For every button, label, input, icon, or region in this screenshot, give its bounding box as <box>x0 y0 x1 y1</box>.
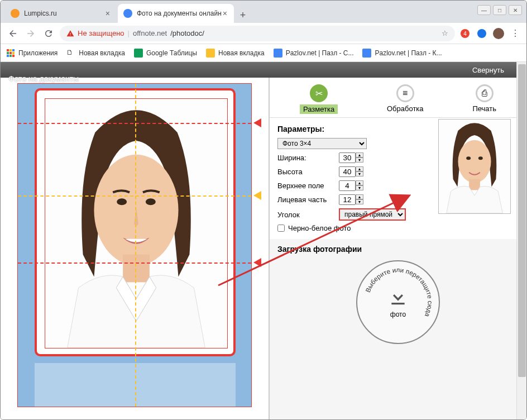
width-input[interactable] <box>339 152 356 163</box>
apps-icon <box>6 49 15 58</box>
format-select[interactable]: Фото 3×4 <box>277 138 367 149</box>
tab-favicon <box>123 9 132 18</box>
svg-rect-15 <box>274 49 282 58</box>
bookmark-item[interactable]: Google Таблицы <box>134 49 197 58</box>
bw-label: Черно-белое фото <box>288 224 351 232</box>
guide-chin[interactable] <box>18 262 251 264</box>
extension-icon[interactable]: 4 <box>459 28 471 39</box>
spin-down[interactable]: ▼ <box>356 171 363 176</box>
svg-point-20 <box>117 198 127 205</box>
bookmark-label: Новая вкладка <box>218 49 265 57</box>
puzzle-icon <box>274 49 282 58</box>
spin-up[interactable]: ▲ <box>356 166 363 171</box>
step-print[interactable]: ⎙ Печать <box>472 84 496 114</box>
url-input[interactable]: Не защищено | offnote.net/photodoc/ ☆ <box>60 26 455 41</box>
tab-close-icon[interactable]: × <box>104 8 111 19</box>
preview-image <box>439 120 510 213</box>
step-processing[interactable]: ≡ Обработка <box>387 84 424 114</box>
url-path: /photodoc/ <box>170 29 204 37</box>
bookmark-item[interactable]: Pazlov.net | Пазл - К... <box>362 49 442 58</box>
scrollbar-thumb[interactable] <box>518 64 526 377</box>
top-margin-input[interactable] <box>339 180 356 191</box>
new-tab-button[interactable]: + <box>235 7 251 23</box>
step-markup[interactable]: ✂ Разметка <box>300 84 338 114</box>
photo-canvas <box>45 98 228 349</box>
spin-up[interactable]: ▲ <box>356 180 363 185</box>
guide-center[interactable] <box>135 84 136 407</box>
tab-title: Lumpics.ru <box>24 9 57 17</box>
corner-select[interactable]: правый прямой <box>339 208 406 221</box>
svg-text:4: 4 <box>463 31 467 37</box>
bookmark-item[interactable]: Pazlov.net | Пазл - С... <box>274 49 354 58</box>
page-scrollbar[interactable] <box>516 62 526 420</box>
bookmark-label: Google Таблицы <box>146 49 197 57</box>
back-button[interactable] <box>6 27 20 40</box>
spin-up[interactable]: ▲ <box>356 152 363 157</box>
menu-icon[interactable]: ⋮ <box>510 28 521 39</box>
face-part-label: Лицевая часть <box>277 195 339 204</box>
maximize-button[interactable]: □ <box>493 5 506 15</box>
photo-editor-panel: Фото на документы <box>1 78 269 420</box>
upload-dropzone[interactable]: Выберите или перетащите сюда фото <box>356 260 440 344</box>
insecure-label: Не защищено <box>78 29 124 37</box>
svg-rect-19 <box>123 255 150 283</box>
svg-rect-7 <box>7 52 9 54</box>
svg-point-27 <box>478 156 483 160</box>
close-button[interactable]: ✕ <box>509 5 522 15</box>
forward-button[interactable] <box>24 27 37 40</box>
tab-lumpics[interactable]: Lumpics.ru × <box>5 4 117 23</box>
svg-rect-5 <box>9 49 12 51</box>
steps-wizard: ✂ Разметка ≡ Обработка ⎙ Печать <box>270 78 526 118</box>
height-label: Высота <box>277 168 339 176</box>
puzzle-icon <box>362 49 371 58</box>
tab-favicon <box>11 9 20 18</box>
face-part-input[interactable] <box>339 194 356 205</box>
bw-checkbox[interactable] <box>277 225 285 232</box>
spin-down[interactable]: ▼ <box>356 185 363 190</box>
collapse-link[interactable]: Свернуть <box>472 66 504 74</box>
reload-button[interactable] <box>42 27 55 40</box>
height-input[interactable] <box>339 166 356 177</box>
browser-titlebar: Lumpics.ru × Фото на документы онлайн × … <box>1 1 526 23</box>
profile-avatar[interactable] <box>493 28 504 39</box>
step-label: Разметка <box>300 104 338 114</box>
minimize-button[interactable]: — <box>477 5 491 15</box>
upload-heading: Загрузка фотографии <box>277 245 519 254</box>
page-icon <box>206 49 215 58</box>
spin-down[interactable]: ▼ <box>356 157 363 163</box>
bookmark-item[interactable]: 🗋Новая вкладка <box>66 49 125 58</box>
spin-down[interactable]: ▼ <box>356 199 363 204</box>
page-icon: 🗋 <box>66 49 75 58</box>
svg-rect-4 <box>7 49 9 51</box>
svg-point-26 <box>466 156 471 160</box>
svg-rect-11 <box>9 55 12 57</box>
guide-top[interactable] <box>18 123 251 124</box>
svg-text:Выберите или перетащите сюда: Выберите или перетащите сюда <box>364 266 434 318</box>
guide-marker-icon[interactable] <box>253 118 261 127</box>
bookmark-label: Приложения <box>18 49 58 57</box>
svg-point-3 <box>493 28 504 39</box>
bookmark-label: Pazlov.net | Пазл - К... <box>375 49 442 57</box>
bookmark-apps[interactable]: Приложения <box>6 49 58 58</box>
svg-rect-14 <box>206 49 215 58</box>
result-preview <box>438 119 511 214</box>
star-icon[interactable]: ☆ <box>442 29 448 37</box>
extension-icon[interactable] <box>476 28 487 39</box>
photo-frame[interactable] <box>17 83 252 407</box>
guide-eyes[interactable] <box>18 195 251 197</box>
bookmark-item[interactable]: Новая вкладка <box>206 49 265 58</box>
bookmark-label: Pazlov.net | Пазл - С... <box>286 49 354 57</box>
guide-marker-icon[interactable] <box>253 191 261 200</box>
svg-rect-8 <box>9 52 12 54</box>
svg-rect-13 <box>134 49 143 58</box>
warning-icon <box>66 30 74 37</box>
guide-marker-icon[interactable] <box>253 258 261 267</box>
sliders-icon: ≡ <box>396 84 414 102</box>
spin-up[interactable]: ▲ <box>356 194 363 199</box>
corner-label: Уголок <box>277 211 339 219</box>
page-title: Фото на документы <box>8 74 79 83</box>
svg-point-21 <box>146 198 156 205</box>
tab-close-icon[interactable]: × <box>222 8 228 19</box>
tab-photodoc[interactable]: Фото на документы онлайн × <box>118 4 234 23</box>
printer-icon: ⎙ <box>476 84 494 102</box>
